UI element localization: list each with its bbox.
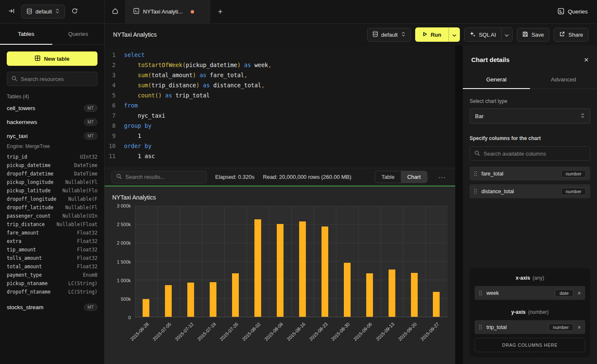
drag-handle-icon[interactable] [479,290,482,296]
remove-field-icon[interactable]: × [578,324,581,331]
y-axis-tick-label: 1 000k [117,278,131,283]
search-columns-input[interactable] [484,151,586,157]
column-type: Float32 [77,229,97,237]
x-axis-field[interactable]: weekdate× [475,286,585,300]
drag-handle-icon[interactable] [474,189,477,194]
bar-cell [403,206,425,317]
chart-bar [366,273,373,316]
run-button[interactable]: Run [415,27,448,42]
search-icon [11,75,17,83]
sql-ai-button[interactable]: SQL AI [465,28,501,41]
table-view-button[interactable]: Table [375,171,401,183]
sql-ai-options-button[interactable] [501,28,512,41]
column-type: Float32 [77,245,97,254]
collapse-sidebar-icon [8,8,15,16]
sidebar-table-stocks_stream[interactable]: stocks_streamMT [7,300,97,314]
column-name: pickup_datetime [7,161,51,170]
line-number: 10 [105,141,124,151]
panel-tab-advanced[interactable]: Advanced [530,71,597,89]
chart-bar [411,273,418,316]
column-type: Nullable(Flo [62,186,97,195]
sidebar-table-cell_towers[interactable]: cell_towersMT [7,101,97,115]
refresh-button[interactable] [68,5,81,18]
sql-editor[interactable]: 1select2 toStartOfWeek(pickup_datetime) … [105,46,455,168]
new-table-grid-icon [35,55,41,62]
chart-bar [143,299,149,317]
sidebar-table-nyc_taxi[interactable]: nyc_taxiMT [7,129,97,143]
available-column-fare_total[interactable]: fare_totalnumber [470,167,590,181]
code-text: nyc_taxi [124,111,165,121]
queries-button-label: Queries [568,8,588,15]
column-name: pickup_ntaname [7,279,48,288]
chevron-down-icon [505,32,509,38]
columns-section-label: Specify columns for the chart [470,135,590,141]
bar-chart: 3 000k2 500k2 000k1 500k1 000k500k0 2015… [112,206,448,361]
query-database-selector[interactable]: default [367,28,411,42]
columns-search [470,146,590,161]
new-tab-button[interactable]: + [210,0,230,23]
bar-cell [247,206,269,317]
bar-cell [202,206,224,317]
column-row: trip_idUInt32 [7,153,97,161]
line-number: 4 [105,80,124,90]
x-axis-hint: (any) [532,275,544,281]
drag-handle-icon[interactable] [479,324,482,330]
column-row: fare_amountFloat32 [7,229,97,237]
column-row: trip_distanceNullable(Float [7,220,97,229]
y-axis-tick-label: 3 000k [117,203,131,208]
tab-strip: NYTaxi Analyti... + [105,0,230,23]
elapsed-stat: Elapsed: 0.320s [215,174,254,180]
sidebar-table-hackernews[interactable]: hackernewsMT [7,115,97,129]
page-title: NYTaxi Analytics [113,31,157,38]
column-type: LC(String) [68,279,97,288]
line-number: 8 [105,121,124,131]
database-selector[interactable]: default [21,5,65,19]
save-button[interactable]: Save [517,28,550,42]
line-number: 11 [105,151,124,161]
collapse-sidebar-button[interactable] [5,5,18,18]
search-resources-input[interactable] [21,76,93,82]
column-row: dropoff_datetimeDateTime [7,170,97,178]
column-type: Nullable(Float [57,220,97,229]
code-text: 1 [124,131,141,141]
run-options-button[interactable] [448,27,460,42]
y-axis-header: y-axis(number) [475,309,585,315]
bar-cell [291,206,313,317]
y-axis-field[interactable]: trip_totalnumber× [475,320,585,334]
editor-line: 2 toStartOfWeek(pickup_datetime) as week… [105,60,455,70]
read-stat: Read: 20,000,000 rows (260.00 MB) [263,174,351,180]
column-name: extra [7,237,22,245]
queries-button[interactable]: Queries [558,8,588,16]
drag-handle-icon[interactable] [474,171,477,176]
chart-details-panel: Chart details × General Advanced Select … [463,46,597,364]
sidebar-tab-tables[interactable]: Tables [0,24,52,44]
column-row: pickup_ntanameLC(String) [7,279,97,288]
code-text: order by [124,141,151,151]
share-button[interactable]: Share [554,28,589,42]
chart-view-button[interactable]: Chart [401,171,427,183]
column-row: extraFloat32 [7,237,97,245]
available-column-distance_total[interactable]: distance_totalnumber [470,184,590,198]
sidebar-tab-queries[interactable]: Queries [52,24,105,44]
drop-zone[interactable]: DRAG COLUMNS HERE [475,338,585,352]
app: default NYTaxi Analyti... + Queries [0,0,597,364]
column-name: pickup_longitude [7,178,54,186]
search-icon [474,150,480,157]
new-table-button[interactable]: New table [7,51,97,66]
home-tab-button[interactable] [105,0,126,23]
field-type-badge: date [555,289,573,297]
column-row: total_amountFloat32 [7,262,97,271]
remove-field-icon[interactable]: × [578,290,581,297]
chart-type-select[interactable]: Bar [470,108,590,124]
y-axis-hint: (number) [528,309,549,315]
header-actions: default Run [367,27,589,42]
topbar-left: default [0,0,105,23]
y-axis-tick-label: 500k [121,297,131,302]
more-options-button[interactable]: ··· [436,171,448,183]
close-panel-button[interactable]: × [584,56,589,64]
field-name: fare_total [481,171,557,177]
query-tab-active[interactable]: NYTaxi Analyti... [126,0,210,23]
search-results-input[interactable] [125,174,202,180]
panel-tab-general[interactable]: General [463,71,530,89]
bar-cell [313,206,336,317]
